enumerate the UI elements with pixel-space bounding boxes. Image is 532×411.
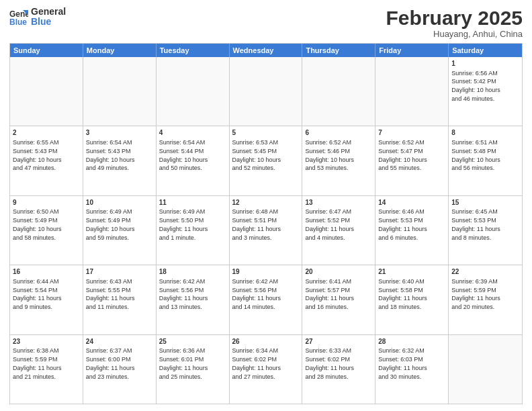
day-number: 7 (378, 128, 445, 138)
calendar-header: SundayMondayTuesdayWednesdayThursdayFrid… (10, 44, 522, 57)
weekday-header-sunday: Sunday (10, 44, 83, 57)
cal-cell (302, 57, 375, 126)
day-info: Sunrise: 6:52 AM Sunset: 5:47 PM Dayligh… (378, 139, 427, 171)
cal-row: 9Sunrise: 6:50 AM Sunset: 5:49 PM Daylig… (10, 195, 522, 265)
weekday-header-tuesday: Tuesday (157, 44, 230, 57)
day-number: 13 (305, 198, 372, 208)
day-number: 19 (232, 267, 300, 277)
day-info: Sunrise: 6:47 AM Sunset: 5:52 PM Dayligh… (305, 208, 354, 240)
weekday-header-monday: Monday (83, 44, 157, 57)
cal-cell: 18Sunrise: 6:42 AM Sunset: 5:56 PM Dayli… (157, 265, 230, 334)
day-number: 21 (378, 267, 445, 277)
cal-cell: 15Sunrise: 6:45 AM Sunset: 5:53 PM Dayli… (449, 196, 522, 265)
day-info: Sunrise: 6:39 AM Sunset: 5:59 PM Dayligh… (451, 278, 500, 310)
cal-cell: 14Sunrise: 6:46 AM Sunset: 5:53 PM Dayli… (375, 196, 449, 265)
day-number: 9 (13, 198, 80, 208)
weekday-header-wednesday: Wednesday (230, 44, 303, 57)
cal-cell: 4Sunrise: 6:54 AM Sunset: 5:44 PM Daylig… (157, 126, 230, 195)
day-number: 2 (13, 128, 80, 138)
day-number: 17 (86, 267, 153, 277)
month-title: February 2025 (386, 7, 523, 29)
cal-cell: 17Sunrise: 6:43 AM Sunset: 5:55 PM Dayli… (83, 265, 157, 334)
cal-cell (449, 335, 522, 404)
weekday-header-friday: Friday (375, 44, 449, 57)
cal-cell (157, 57, 230, 126)
day-info: Sunrise: 6:32 AM Sunset: 6:03 PM Dayligh… (378, 347, 427, 379)
cal-cell (375, 57, 449, 126)
day-info: Sunrise: 6:54 AM Sunset: 5:44 PM Dayligh… (159, 139, 208, 171)
cal-cell: 6Sunrise: 6:52 AM Sunset: 5:46 PM Daylig… (302, 126, 375, 195)
cal-row: 23Sunrise: 6:38 AM Sunset: 5:59 PM Dayli… (10, 334, 522, 404)
cal-cell: 13Sunrise: 6:47 AM Sunset: 5:52 PM Dayli… (302, 196, 375, 265)
day-info: Sunrise: 6:42 AM Sunset: 5:56 PM Dayligh… (232, 278, 281, 310)
day-info: Sunrise: 6:36 AM Sunset: 6:01 PM Dayligh… (159, 347, 208, 379)
day-info: Sunrise: 6:49 AM Sunset: 5:50 PM Dayligh… (159, 208, 208, 240)
day-number: 15 (451, 198, 519, 208)
day-number: 4 (159, 128, 226, 138)
cal-cell: 16Sunrise: 6:44 AM Sunset: 5:54 PM Dayli… (10, 265, 83, 334)
day-info: Sunrise: 6:40 AM Sunset: 5:58 PM Dayligh… (378, 278, 427, 310)
weekday-header-saturday: Saturday (449, 44, 522, 57)
cal-cell: 22Sunrise: 6:39 AM Sunset: 5:59 PM Dayli… (449, 265, 522, 334)
day-info: Sunrise: 6:42 AM Sunset: 5:56 PM Dayligh… (159, 278, 208, 310)
cal-cell: 2Sunrise: 6:55 AM Sunset: 5:43 PM Daylig… (10, 126, 83, 195)
cal-cell: 27Sunrise: 6:33 AM Sunset: 6:02 PM Dayli… (302, 335, 375, 404)
cal-cell: 23Sunrise: 6:38 AM Sunset: 5:59 PM Dayli… (10, 335, 83, 404)
day-number: 25 (159, 337, 226, 347)
day-number: 3 (86, 128, 153, 138)
day-number: 22 (451, 267, 519, 277)
logo-line2: Blue (31, 17, 66, 27)
day-info: Sunrise: 6:44 AM Sunset: 5:54 PM Dayligh… (13, 278, 62, 310)
day-info: Sunrise: 6:37 AM Sunset: 6:00 PM Dayligh… (86, 347, 135, 379)
day-number: 28 (378, 337, 445, 347)
cal-cell: 28Sunrise: 6:32 AM Sunset: 6:03 PM Dayli… (375, 335, 449, 404)
logo-icon: General Blue (9, 7, 28, 26)
day-number: 14 (378, 198, 445, 208)
day-number: 26 (232, 337, 300, 347)
calendar-body: 1Sunrise: 6:56 AM Sunset: 5:42 PM Daylig… (10, 57, 522, 404)
day-number: 20 (305, 267, 372, 277)
logo-line1: General (31, 7, 66, 17)
day-info: Sunrise: 6:45 AM Sunset: 5:53 PM Dayligh… (451, 208, 500, 240)
day-number: 10 (86, 198, 153, 208)
cal-cell: 10Sunrise: 6:49 AM Sunset: 5:49 PM Dayli… (83, 196, 157, 265)
cal-cell (83, 57, 157, 126)
day-info: Sunrise: 6:55 AM Sunset: 5:43 PM Dayligh… (13, 139, 62, 171)
day-number: 27 (305, 337, 372, 347)
cal-cell: 12Sunrise: 6:48 AM Sunset: 5:51 PM Dayli… (230, 196, 303, 265)
svg-text:Blue: Blue (9, 17, 27, 26)
day-number: 12 (232, 198, 300, 208)
header-right: February 2025 Huayang, Anhui, China (386, 7, 523, 39)
cal-cell (230, 57, 303, 126)
day-info: Sunrise: 6:34 AM Sunset: 6:02 PM Dayligh… (232, 347, 281, 379)
cal-row: 16Sunrise: 6:44 AM Sunset: 5:54 PM Dayli… (10, 265, 522, 334)
cal-cell: 3Sunrise: 6:54 AM Sunset: 5:43 PM Daylig… (83, 126, 157, 195)
day-info: Sunrise: 6:54 AM Sunset: 5:43 PM Dayligh… (86, 139, 135, 171)
day-info: Sunrise: 6:48 AM Sunset: 5:51 PM Dayligh… (232, 208, 281, 240)
day-number: 24 (86, 337, 153, 347)
cal-cell: 11Sunrise: 6:49 AM Sunset: 5:50 PM Dayli… (157, 196, 230, 265)
day-info: Sunrise: 6:53 AM Sunset: 5:45 PM Dayligh… (232, 139, 281, 171)
day-info: Sunrise: 6:56 AM Sunset: 5:42 PM Dayligh… (451, 70, 500, 102)
cal-cell: 5Sunrise: 6:53 AM Sunset: 5:45 PM Daylig… (230, 126, 303, 195)
day-number: 5 (232, 128, 300, 138)
day-info: Sunrise: 6:38 AM Sunset: 5:59 PM Dayligh… (13, 347, 62, 379)
cal-cell (10, 57, 83, 126)
cal-cell: 21Sunrise: 6:40 AM Sunset: 5:58 PM Dayli… (375, 265, 449, 334)
cal-cell: 20Sunrise: 6:41 AM Sunset: 5:57 PM Dayli… (302, 265, 375, 334)
weekday-header-thursday: Thursday (302, 44, 375, 57)
cal-row: 1Sunrise: 6:56 AM Sunset: 5:42 PM Daylig… (10, 57, 522, 126)
day-info: Sunrise: 6:33 AM Sunset: 6:02 PM Dayligh… (305, 347, 354, 379)
day-number: 1 (451, 59, 519, 68)
day-number: 16 (13, 267, 80, 277)
day-info: Sunrise: 6:49 AM Sunset: 5:49 PM Dayligh… (86, 208, 135, 240)
day-number: 18 (159, 267, 226, 277)
cal-row: 2Sunrise: 6:55 AM Sunset: 5:43 PM Daylig… (10, 126, 522, 195)
cal-cell: 1Sunrise: 6:56 AM Sunset: 5:42 PM Daylig… (449, 57, 522, 126)
day-info: Sunrise: 6:51 AM Sunset: 5:48 PM Dayligh… (451, 139, 500, 171)
day-number: 23 (13, 337, 80, 347)
cal-cell: 25Sunrise: 6:36 AM Sunset: 6:01 PM Dayli… (157, 335, 230, 404)
logo: General Blue General Blue (9, 7, 66, 28)
day-info: Sunrise: 6:50 AM Sunset: 5:49 PM Dayligh… (13, 208, 62, 240)
day-number: 8 (451, 128, 519, 138)
